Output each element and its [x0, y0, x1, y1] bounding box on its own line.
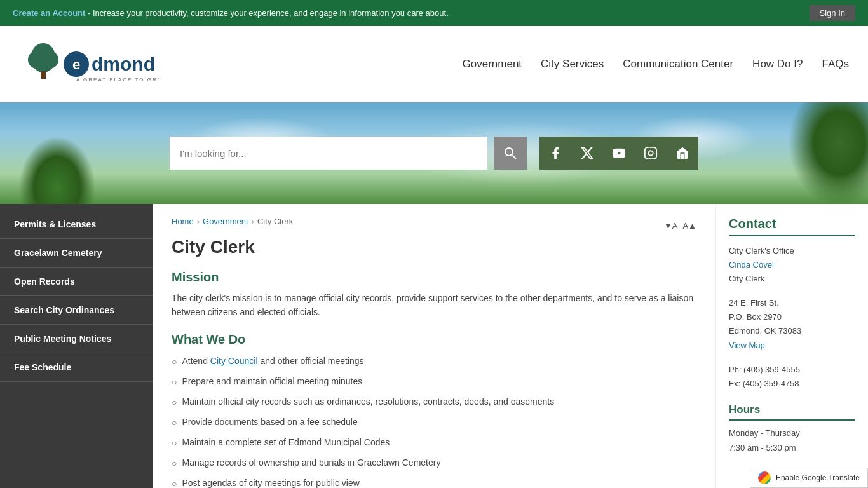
- list-item-4: Provide documents based on a fee schedul…: [172, 416, 696, 430]
- facebook-icon[interactable]: [539, 137, 571, 170]
- sidebar-item-open-records[interactable]: Open Records: [0, 268, 153, 296]
- font-increase-button[interactable]: A▲: [682, 221, 696, 231]
- right-sidebar: Contact City Clerk's Office Cinda Covel …: [715, 204, 868, 488]
- content-wrapper: Permits & Licenses Gracelawn Cemetery Op…: [0, 204, 868, 488]
- svg-rect-4: [41, 71, 46, 79]
- sidebar-item-meeting-notices[interactable]: Public Meeting Notices: [0, 325, 153, 353]
- nav-city-services[interactable]: City Services: [541, 55, 604, 74]
- sidebar: Permits & Licenses Gracelawn Cemetery Op…: [0, 204, 153, 488]
- contact-person-title: City Clerk: [729, 274, 764, 283]
- main-content: Home › Government › City Clerk ▼A A▲ Cit…: [153, 204, 715, 488]
- sidebar-item-fee-schedule[interactable]: Fee Schedule: [0, 353, 153, 382]
- list-item-5: Maintain a complete set of Edmond Munici…: [172, 436, 696, 450]
- google-translate-bar[interactable]: Enable Google Translate: [750, 468, 868, 488]
- svg-point-3: [33, 55, 53, 72]
- city-council-link[interactable]: City Council: [210, 356, 258, 366]
- mission-text: The city clerk's mission is to manage of…: [172, 291, 696, 320]
- address-line1: 24 E. First St.: [729, 298, 779, 308]
- nav-government[interactable]: Government: [463, 55, 522, 74]
- sidebar-item-gracelawn[interactable]: Gracelawn Cemetery: [0, 239, 153, 268]
- main-nav: Government City Services Communication C…: [463, 55, 849, 74]
- what-we-do-list: Attend City Council and other official m…: [172, 355, 696, 488]
- address-line3: Edmond, OK 73083: [729, 326, 801, 336]
- youtube-icon[interactable]: [603, 137, 635, 170]
- google-icon: [758, 471, 771, 484]
- view-map-link[interactable]: View Map: [729, 341, 765, 350]
- contact-office: City Clerk's Office: [729, 246, 794, 255]
- google-translate-label: Enable Google Translate: [776, 473, 860, 482]
- create-account-link[interactable]: Create an Account: [13, 8, 85, 18]
- hours-text: Monday - Thursday 7:30 am - 5:30 pm: [729, 426, 855, 456]
- font-decrease-button[interactable]: ▼A: [664, 221, 678, 231]
- font-size-controls: ▼A A▲: [664, 221, 696, 231]
- nav-faqs[interactable]: FAQs: [822, 55, 849, 74]
- svg-text:e: e: [72, 57, 80, 72]
- contact-block: City Clerk's Office Cinda Covel City Cle…: [729, 244, 855, 286]
- contact-person-link[interactable]: Cinda Covel: [729, 260, 774, 269]
- search-button[interactable]: [494, 137, 527, 170]
- logo-svg: e dmond A GREAT PLACE TO GROW: [19, 36, 159, 93]
- hero-trees-left: [0, 121, 114, 204]
- breadcrumb: Home › Government › City Clerk: [172, 217, 293, 226]
- search-input[interactable]: [170, 137, 487, 170]
- svg-point-9: [505, 148, 513, 156]
- phone-number: Ph: (405) 359-4555: [729, 365, 800, 374]
- top-banner: Create an Account - Increase your produc…: [0, 0, 868, 26]
- list-item-6: Manage records of ownership and burials …: [172, 456, 696, 470]
- address-line2: P.O. Box 2970: [729, 312, 782, 322]
- twitter-icon[interactable]: [571, 137, 603, 170]
- fax-number: Fx: (405) 359-4758: [729, 379, 799, 388]
- svg-text:dmond: dmond: [92, 53, 155, 74]
- instagram-icon[interactable]: [635, 137, 667, 170]
- sidebar-item-permits[interactable]: Permits & Licenses: [0, 210, 153, 239]
- search-icon: [504, 147, 517, 159]
- contact-phone: Ph: (405) 359-4555 Fx: (405) 359-4758: [729, 363, 855, 391]
- banner-text: - Increase your productivity, customize …: [88, 8, 449, 18]
- page-title: City Clerk: [172, 237, 696, 257]
- header: e dmond A GREAT PLACE TO GROW Government…: [0, 26, 868, 102]
- sidebar-item-ordinances[interactable]: Search City Ordinances: [0, 296, 153, 325]
- home-icon[interactable]: [667, 137, 698, 170]
- social-icons: [539, 137, 698, 170]
- list-item-1: Attend City Council and other official m…: [172, 355, 696, 369]
- hours-days: Monday - Thursday: [729, 428, 800, 438]
- breadcrumb-current: City Clerk: [257, 217, 293, 226]
- hero-section: [0, 102, 868, 204]
- breadcrumb-home[interactable]: Home: [172, 217, 194, 226]
- contact-title: Contact: [729, 217, 855, 236]
- list-item-2: Prepare and maintain official meeting mi…: [172, 375, 696, 389]
- breadcrumb-government[interactable]: Government: [203, 217, 248, 226]
- nav-communication-center[interactable]: Communication Center: [623, 55, 733, 74]
- sign-in-button[interactable]: Sign In: [810, 5, 855, 21]
- what-we-do-heading: What We Do: [172, 332, 696, 347]
- logo: e dmond A GREAT PLACE TO GROW: [19, 36, 159, 93]
- svg-text:A GREAT PLACE TO GROW: A GREAT PLACE TO GROW: [76, 77, 159, 83]
- nav-how-do-i[interactable]: How Do I?: [752, 55, 803, 74]
- contact-address: 24 E. First St. P.O. Box 2970 Edmond, OK…: [729, 296, 855, 352]
- mission-heading: Mission: [172, 270, 696, 285]
- svg-line-10: [512, 155, 516, 159]
- hero-trees-right: [773, 102, 868, 204]
- list-item-7: Post agendas of city meetings for public…: [172, 477, 696, 488]
- svg-rect-12: [645, 147, 656, 159]
- list-item-3: Maintain official city records such as o…: [172, 395, 696, 409]
- hours-title: Hours: [729, 403, 855, 421]
- top-bar: Home › Government › City Clerk ▼A A▲: [172, 217, 696, 234]
- search-bar-wrap: [170, 137, 698, 170]
- hours-times: 7:30 am - 5:30 pm: [729, 443, 796, 452]
